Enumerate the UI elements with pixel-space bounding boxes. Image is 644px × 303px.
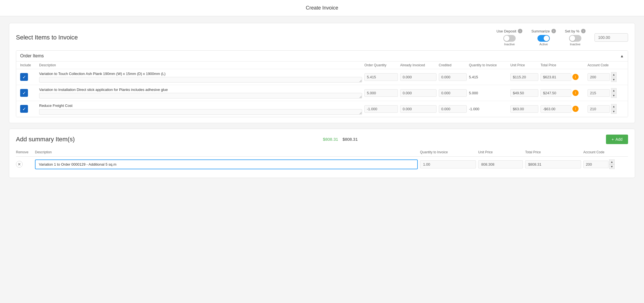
row3-account-code-input[interactable]: [588, 105, 610, 113]
summary-header-row: Add summary Item(s) $808.31 $808.31 + Ad…: [16, 135, 628, 144]
row3-info-icon[interactable]: i: [572, 106, 579, 112]
row1-unit-price: [510, 73, 538, 81]
summary-row1-account-cell: ▲ ▼: [583, 159, 628, 169]
summary-amounts: $808.31 $808.31: [323, 137, 358, 142]
row3-total-price-input[interactable]: [541, 105, 571, 113]
row3-account-up[interactable]: ▲: [611, 104, 617, 109]
table-row: ✓ Variation to Installation Direct stick…: [16, 85, 628, 101]
collapse-button[interactable]: ▲: [620, 54, 624, 58]
use-deposit-control: Use Deposit i Inactive: [496, 29, 522, 46]
summarize-toggle[interactable]: [537, 35, 550, 42]
row1-total-price-cell: i: [541, 73, 585, 81]
summary-account-up[interactable]: ▲: [609, 159, 615, 164]
row1-order-qty: [364, 73, 398, 81]
summary-unit-price-input[interactable]: [478, 160, 523, 168]
col-description: Description: [39, 63, 362, 67]
use-deposit-toggle[interactable]: [503, 35, 516, 42]
row1-account-up[interactable]: ▲: [611, 72, 617, 77]
row1-total-price-input[interactable]: [541, 73, 571, 81]
row3-desc-textarea[interactable]: [39, 109, 362, 115]
checkmark-icon: ✓: [22, 106, 26, 112]
row2-include[interactable]: ✓: [20, 89, 37, 97]
col-account-code: Account Code: [588, 63, 624, 67]
order-items-header: Order Items ▲: [16, 51, 628, 61]
table-row: ✓ Reduce Freight Cost: [16, 101, 628, 117]
use-deposit-status: Inactive: [504, 43, 515, 46]
row2-account-down[interactable]: ▼: [611, 93, 617, 98]
row2-order-qty-input[interactable]: [364, 89, 398, 97]
row2-info-icon[interactable]: i: [572, 90, 579, 96]
row1-account-code-cell: ▲ ▼: [588, 72, 624, 82]
set-by-percent-toggle[interactable]: [569, 35, 581, 42]
summary-total-price-input[interactable]: [525, 160, 581, 168]
set-by-percent-info-icon[interactable]: i: [581, 29, 586, 33]
row1-qty-invoice: 5.415: [469, 75, 508, 79]
row2-description: Variation to Installation Direct stick a…: [39, 87, 362, 92]
col-already-invoiced: Already Invoiced: [400, 63, 437, 67]
add-summary-button[interactable]: + Add: [606, 135, 628, 144]
row3-credited-input[interactable]: [439, 105, 467, 113]
order-items-section: Order Items ▲ Include Description Order …: [16, 50, 628, 117]
row2-unit-price-input[interactable]: [510, 89, 538, 97]
row2-account-up[interactable]: ▲: [611, 88, 617, 93]
summary-row1-remove[interactable]: ✕: [16, 161, 33, 168]
row1-qty-invoice-value: 5.415: [469, 75, 478, 79]
row2-description-cell: Variation to Installation Direct stick a…: [39, 87, 362, 98]
row2-total-price-input[interactable]: [541, 89, 571, 97]
summary-account-down[interactable]: ▼: [609, 164, 615, 169]
select-items-header: Select Items to Invoice Use Deposit i In…: [16, 29, 628, 46]
row1-credited-input[interactable]: [439, 73, 467, 81]
row1-account-down[interactable]: ▼: [611, 77, 617, 82]
summary-account-code-input[interactable]: [583, 161, 608, 168]
summary-row1-total-price: [525, 160, 581, 168]
summary-qty-input[interactable]: [420, 160, 476, 168]
percentage-input[interactable]: [595, 33, 628, 42]
select-items-title: Select Items to Invoice: [16, 34, 78, 41]
row3-qty-invoice-value: -1.000: [469, 107, 479, 111]
order-items-title: Order Items: [20, 53, 44, 58]
summary-col-unit-price: Unit Price: [478, 150, 523, 154]
summarize-toggle-wrapper: Active: [537, 35, 550, 46]
row1-account-code-input[interactable]: [588, 73, 610, 81]
row1-unit-price-input[interactable]: [510, 73, 538, 81]
col-qty-to-invoice: Quantity to Invoice: [469, 63, 508, 67]
row2-credited-input[interactable]: [439, 89, 467, 97]
row1-already-invoiced-input[interactable]: [400, 73, 437, 81]
summary-amount-green: $808.31: [323, 137, 338, 142]
row3-account-down[interactable]: ▼: [611, 109, 617, 114]
set-by-percent-toggle-wrapper: Inactive: [569, 35, 581, 46]
row3-already-invoiced-input[interactable]: [400, 105, 437, 113]
order-items-table-header: Include Description Order Quantity Alrea…: [16, 61, 628, 69]
use-deposit-info-icon[interactable]: i: [518, 29, 522, 33]
col-unit-price: Unit Price: [510, 63, 538, 67]
row2-already-invoiced-input[interactable]: [400, 89, 437, 97]
row1-order-qty-input[interactable]: [364, 73, 398, 81]
summarize-info-icon[interactable]: i: [551, 29, 556, 33]
row3-unit-price-input[interactable]: [510, 105, 538, 113]
add-label: Add: [615, 137, 622, 142]
row2-account-code-input[interactable]: [588, 89, 610, 97]
summary-amount-dark: $808.31: [343, 137, 358, 142]
summary-table-header: Remove Description Quantity to Invoice U…: [16, 148, 628, 157]
row1-info-icon[interactable]: i: [572, 74, 579, 80]
row3-description-cell: Reduce Freight Cost: [39, 103, 362, 114]
row1-include[interactable]: ✓: [20, 73, 37, 81]
row2-desc-textarea[interactable]: [39, 93, 362, 98]
summary-col-qty: Quantity to Invoice: [420, 150, 476, 154]
summary-title: Add summary Item(s): [16, 136, 75, 143]
summarize-label: Summarize: [531, 29, 550, 33]
row1-desc-textarea[interactable]: [39, 77, 362, 83]
summary-col-description: Description: [35, 150, 418, 154]
row2-qty-invoice-value: 5.000: [469, 91, 478, 95]
summarize-status: Active: [539, 43, 548, 46]
row3-order-qty-input[interactable]: [364, 105, 398, 113]
col-order-qty: Order Quantity: [364, 63, 398, 67]
summary-row1-unit-price: [478, 160, 523, 168]
summary-desc-input[interactable]: [35, 159, 418, 169]
row3-include[interactable]: ✓: [20, 105, 37, 113]
col-total-price: Total Price: [541, 63, 585, 67]
summary-col-remove: Remove: [16, 150, 33, 154]
summarize-control: Summarize i Active: [531, 29, 556, 46]
row1-credited: [439, 73, 467, 81]
remove-button[interactable]: ✕: [16, 161, 23, 168]
